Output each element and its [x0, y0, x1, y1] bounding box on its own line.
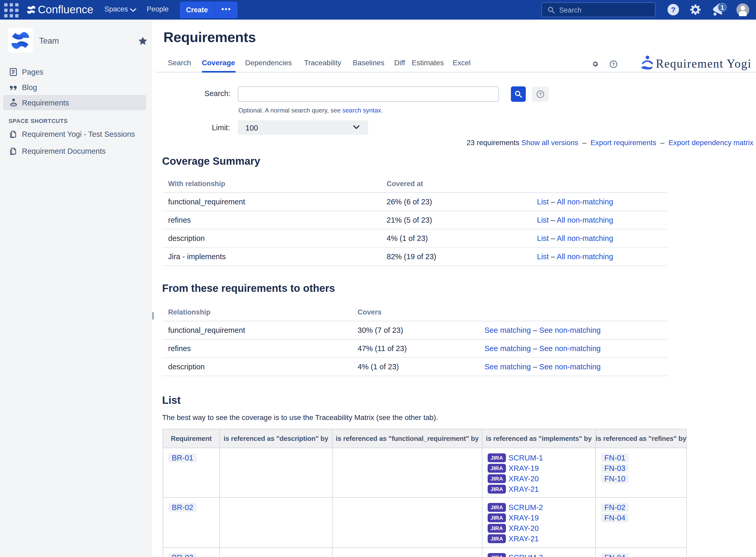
svg-text:?: ?: [671, 6, 675, 14]
svg-text:1: 1: [721, 4, 724, 11]
svg-text:?: ?: [539, 92, 542, 97]
svg-text:?: ?: [612, 62, 615, 67]
